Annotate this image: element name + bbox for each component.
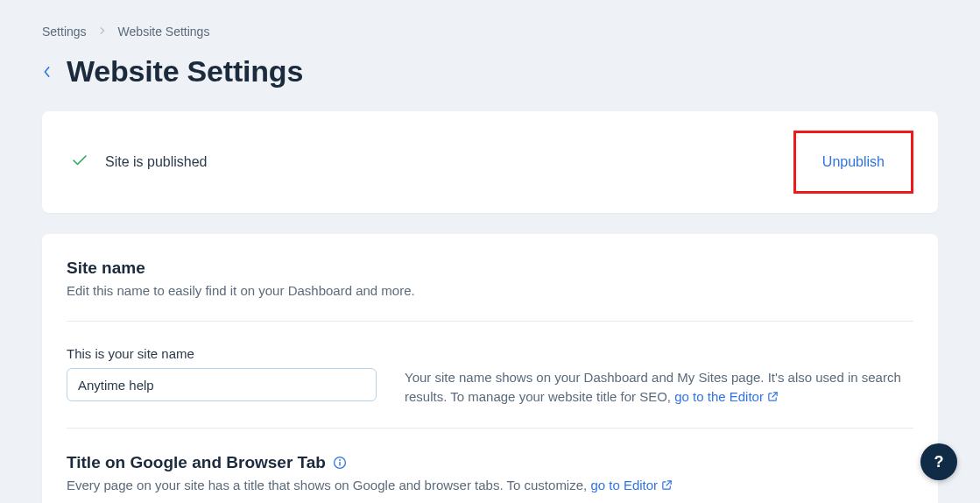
svg-point-1 — [339, 459, 341, 461]
site-name-helper-text: Your site name shows on your Dashboard a… — [405, 370, 901, 404]
external-link-icon — [767, 391, 779, 402]
site-name-helper: Your site name shows on your Dashboard a… — [405, 368, 913, 407]
go-to-editor-title-link[interactable]: go to Editor — [590, 478, 673, 492]
go-to-editor-link[interactable]: go to the Editor — [674, 389, 779, 404]
info-icon[interactable] — [333, 456, 347, 470]
title-on-google-description: Every page on your site has a title that… — [67, 476, 913, 494]
page-title: Website Settings — [67, 54, 303, 89]
title-on-google-section: Title on Google and Browser Tab Every pa… — [67, 428, 913, 504]
check-icon — [72, 154, 88, 170]
svg-rect-2 — [339, 461, 340, 465]
publish-status-text: Site is published — [105, 154, 208, 170]
breadcrumb-root[interactable]: Settings — [42, 25, 87, 39]
site-settings-card: Site name Edit this name to easily find … — [42, 234, 938, 503]
title-on-google-heading: Title on Google and Browser Tab — [67, 453, 913, 472]
site-name-description: Edit this name to easily find it on your… — [67, 281, 913, 300]
publish-status-card: Site is published Unpublish — [42, 111, 938, 213]
site-name-field-section: This is your site name Your site name sh… — [67, 321, 913, 428]
breadcrumb: Settings Website Settings — [42, 25, 938, 39]
help-fab-button[interactable]: ? — [920, 443, 957, 480]
unpublish-highlight: Unpublish — [793, 131, 913, 194]
site-name-title: Site name — [67, 259, 913, 278]
external-link-icon — [661, 479, 673, 491]
chevron-right-icon — [99, 25, 106, 38]
title-on-google-heading-text: Title on Google and Browser Tab — [67, 453, 326, 472]
site-name-field-label: This is your site name — [67, 346, 913, 361]
site-name-input[interactable] — [67, 368, 377, 401]
back-arrow-icon[interactable] — [42, 66, 53, 78]
title-on-google-desc-text: Every page on your site has a title that… — [67, 478, 590, 492]
breadcrumb-current: Website Settings — [118, 25, 210, 39]
site-name-section: Site name Edit this name to easily find … — [67, 234, 913, 321]
unpublish-button[interactable]: Unpublish — [822, 154, 885, 170]
